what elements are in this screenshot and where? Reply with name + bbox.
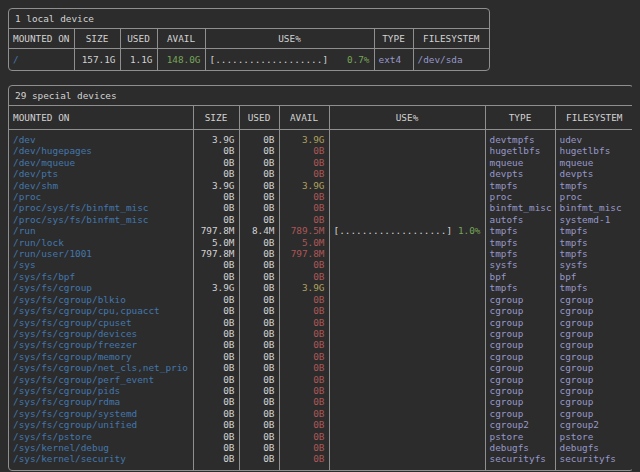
cell-used: 0B: [239, 442, 279, 453]
cell-use-percent: [329, 191, 485, 202]
cell-mounted-on: /sys/fs/cgroup/devices: [9, 328, 193, 339]
cell-avail: 148.0G: [157, 49, 205, 71]
cell-mounted-on: /sys/fs/cgroup/net_cls,net_prio: [9, 362, 193, 373]
cell-type: cgroup: [485, 328, 555, 339]
table-row: /dev/mqueue0B0B0Bmqueuemqueue: [9, 157, 632, 168]
cell-size: 0B: [193, 294, 239, 305]
cell-avail: 789.5M: [279, 225, 329, 236]
cell-use-percent: [329, 431, 485, 442]
table-row: /sys/fs/cgroup/net_cls,net_prio0B0B0Bcgr…: [9, 362, 632, 373]
cell-mounted-on: /sys/fs/cgroup/systemd: [9, 408, 193, 419]
cell-type: debugfs: [485, 442, 555, 453]
column-header-size: SIZE: [74, 29, 120, 49]
cell-size: 0B: [193, 214, 239, 225]
cell-filesystem: tmpfs: [555, 237, 632, 248]
table-row: /proc0B0B0Bprocproc: [9, 191, 632, 202]
cell-used: 0B: [239, 214, 279, 225]
cell-mounted-on: /sys/fs/cgroup: [9, 282, 193, 293]
cell-type: mqueue: [485, 157, 555, 168]
cell-mounted-on: /sys/fs/cgroup/perf_event: [9, 374, 193, 385]
special-devices-body: /dev3.9G0B3.9Gdevtmpfsudev/dev/hugepages…: [9, 130, 632, 470]
cell-avail: 0B: [279, 157, 329, 168]
cell-filesystem: hugetlbfs: [555, 145, 632, 156]
cell-type: cgroup: [485, 305, 555, 316]
cell-use-percent: [329, 396, 485, 407]
column-header-filesystem: FILESYSTEM: [413, 29, 489, 49]
special-devices-table: 29 special devices MOUNTED ONSIZEUSEDAVA…: [8, 85, 632, 471]
cell-used: 0B: [239, 362, 279, 373]
cell-size: 0B: [193, 453, 239, 469]
cell-used: 1.1G: [120, 49, 157, 71]
cell-avail: 5.0M: [279, 237, 329, 248]
cell-type: binfmt_misc: [485, 202, 555, 213]
cell-used: 0B: [239, 157, 279, 168]
table-row: /sys/fs/cgroup/perf_event0B0B0Bcgroupcgr…: [9, 374, 632, 385]
cell-type: tmpfs: [485, 225, 555, 236]
cell-used: 0B: [239, 339, 279, 350]
cell-use-percent: [329, 168, 485, 179]
usage-bar: [...................]: [334, 225, 453, 236]
cell-size: 0B: [193, 362, 239, 373]
cell-used: 0B: [239, 328, 279, 339]
cell-avail: 0B: [279, 191, 329, 202]
cell-avail: 0B: [279, 374, 329, 385]
cell-used: 0B: [239, 351, 279, 362]
column-header-mounted-on: MOUNTED ON: [9, 106, 193, 130]
column-header-avail: AVAIL: [157, 29, 205, 49]
cell-mounted-on: /run/user/1001: [9, 248, 193, 259]
cell-used: 0B: [239, 191, 279, 202]
cell-filesystem: /dev/sda: [413, 49, 489, 71]
cell-use-percent: [329, 305, 485, 316]
cell-avail: 0B: [279, 419, 329, 430]
cell-avail: 0B: [279, 339, 329, 350]
column-header-avail: AVAIL: [279, 106, 329, 130]
cell-filesystem: securityfs: [555, 453, 632, 469]
cell-use-percent: [329, 237, 485, 248]
cell-use-percent: [329, 214, 485, 225]
table-row: /proc/sys/fs/binfmt_misc0B0B0Bbinfmt_mis…: [9, 202, 632, 213]
cell-size: 0B: [193, 191, 239, 202]
cell-size: 797.8M: [193, 225, 239, 236]
cell-size: 0B: [193, 351, 239, 362]
cell-used: 0B: [239, 145, 279, 156]
cell-size: 0B: [193, 328, 239, 339]
cell-size: 3.9G: [193, 180, 239, 191]
cell-type: bpf: [485, 271, 555, 282]
cell-used: 0B: [239, 130, 279, 146]
cell-used: 0B: [239, 305, 279, 316]
cell-avail: 0B: [279, 453, 329, 469]
cell-size: 0B: [193, 145, 239, 156]
cell-avail: 0B: [279, 168, 329, 179]
cell-filesystem: cgroup: [555, 339, 632, 350]
cell-filesystem: cgroup: [555, 362, 632, 373]
cell-mounted-on: /sys/fs/bpf: [9, 271, 193, 282]
cell-filesystem: binfmt_misc: [555, 202, 632, 213]
cell-used: 0B: [239, 431, 279, 442]
cell-filesystem: cgroup: [555, 408, 632, 419]
cell-size: 0B: [193, 396, 239, 407]
cell-avail: 0B: [279, 317, 329, 328]
cell-type: cgroup: [485, 396, 555, 407]
table-row: /157.1G1.1G148.0G[...................]0.…: [9, 49, 489, 71]
cell-type: cgroup: [485, 362, 555, 373]
table-row: /sys/fs/cgroup/cpu,cpuacct0B0B0Bcgroupcg…: [9, 305, 632, 316]
cell-filesystem: cgroup: [555, 385, 632, 396]
cell-filesystem: udev: [555, 130, 632, 146]
cell-size: 0B: [193, 442, 239, 453]
cell-size: 0B: [193, 374, 239, 385]
table-row: /sys/fs/cgroup/devices0B0B0Bcgroupcgroup: [9, 328, 632, 339]
column-header-type: TYPE: [374, 29, 413, 49]
cell-use-percent: [329, 362, 485, 373]
cell-use-percent: [329, 145, 485, 156]
cell-size: 0B: [193, 317, 239, 328]
cell-size: 0B: [193, 408, 239, 419]
cell-filesystem: cgroup: [555, 305, 632, 316]
cell-filesystem: proc: [555, 191, 632, 202]
cell-mounted-on: /: [9, 49, 74, 71]
cell-mounted-on: /dev/mqueue: [9, 157, 193, 168]
cell-type: tmpfs: [485, 248, 555, 259]
cell-used: 0B: [239, 374, 279, 385]
cell-filesystem: tmpfs: [555, 225, 632, 236]
cell-avail: 797.8M: [279, 248, 329, 259]
cell-use-percent: [329, 282, 485, 293]
